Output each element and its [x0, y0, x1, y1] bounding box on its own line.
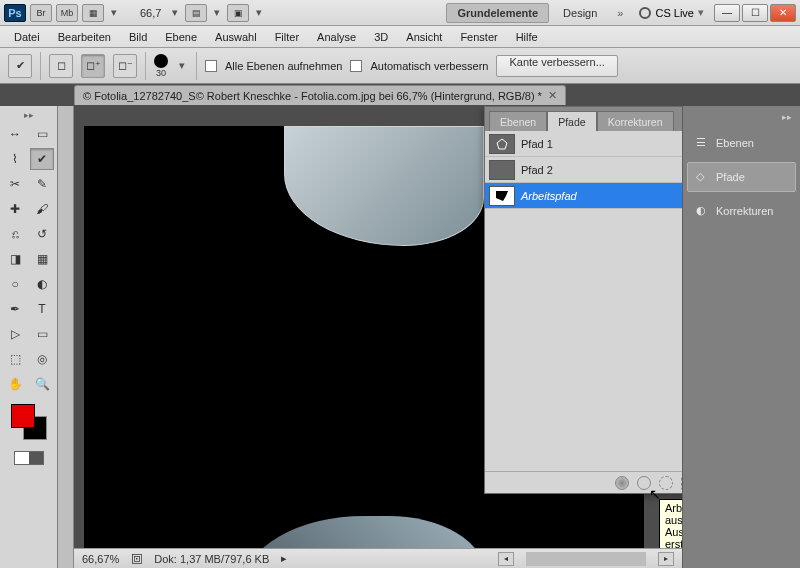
path-thumb-icon	[489, 134, 515, 154]
3d-camera-tool[interactable]: ◎	[30, 348, 54, 370]
gradient-tool[interactable]: ▦	[30, 248, 54, 270]
selection-to-path-icon[interactable]	[681, 476, 682, 490]
brush-size: 30	[156, 68, 166, 78]
path-label: Pfad 1	[521, 138, 553, 150]
minimize-button[interactable]: —	[714, 4, 740, 22]
tab-pfade[interactable]: Pfade	[547, 111, 596, 131]
subtract-selection-icon[interactable]: ◻⁻	[113, 54, 137, 78]
sidebar-item-korrekturen[interactable]: ◐Korrekturen	[687, 196, 796, 226]
3d-tool[interactable]: ⬚	[3, 348, 27, 370]
cslive-button[interactable]: CS Live▾	[633, 6, 710, 19]
auto-enhance-label: Automatisch verbessern	[370, 60, 488, 72]
view-extras-icon[interactable]: ▦	[82, 4, 104, 22]
shape-tool[interactable]: ▭	[30, 323, 54, 345]
workspace-design[interactable]: Design	[553, 3, 607, 23]
menu-hilfe[interactable]: Hilfe	[508, 29, 546, 45]
path-thumb-icon	[489, 186, 515, 206]
eyedropper-tool[interactable]: ✎	[30, 173, 54, 195]
dodge-tool[interactable]: ◐	[30, 273, 54, 295]
fill-path-icon[interactable]	[615, 476, 629, 490]
eraser-tool[interactable]: ◨	[3, 248, 27, 270]
history-brush-tool[interactable]: ↺	[30, 223, 54, 245]
color-swatches[interactable]	[11, 404, 47, 440]
menu-bild[interactable]: Bild	[121, 29, 155, 45]
refine-edge-button[interactable]: Kante verbessern...	[496, 55, 617, 77]
zoom-level[interactable]: 66,7	[136, 7, 165, 19]
status-bar: 66,67% 🞖 Dok: 1,37 MB/797,6 KB ▸ ◂ ▸	[74, 548, 682, 568]
ps-logo-icon: Ps	[4, 4, 26, 22]
lasso-tool[interactable]: ⌇	[3, 148, 27, 170]
stamp-tool[interactable]: ⎌	[3, 223, 27, 245]
brush-preview-icon[interactable]	[154, 54, 168, 68]
sidebar-item-pfade[interactable]: ◇Pfade	[687, 162, 796, 192]
sample-all-checkbox[interactable]	[205, 60, 217, 72]
options-bar: ✔ ◻ ◻⁺ ◻⁻ 30 ▾ Alle Ebenen aufnehmen Aut…	[0, 48, 800, 84]
menu-3d[interactable]: 3D	[366, 29, 396, 45]
right-sidebar: ▸▸ ☰Ebenen ◇Pfade ◐Korrekturen	[682, 106, 800, 568]
blur-tool[interactable]: ○	[3, 273, 27, 295]
path-row[interactable]: Pfad 1	[485, 131, 682, 157]
paths-icon: ◇	[696, 170, 710, 184]
path-row-selected[interactable]: Arbeitspfad	[485, 183, 682, 209]
dropdown-icon[interactable]: ▾	[176, 59, 188, 72]
workspace-more-icon[interactable]: »	[611, 7, 629, 19]
quick-select-tool[interactable]: ✔	[30, 148, 54, 170]
scrollbar-horizontal[interactable]	[526, 552, 646, 566]
path-to-selection-icon[interactable]	[659, 476, 673, 490]
document-tab[interactable]: © Fotolia_12782740_S© Robert Kneschke - …	[74, 85, 566, 105]
arrange-docs-icon[interactable]: ▤	[185, 4, 207, 22]
close-tab-icon[interactable]: ✕	[548, 89, 557, 102]
menu-bearbeiten[interactable]: Bearbeiten	[50, 29, 119, 45]
workspace-grundelemente[interactable]: Grundelemente	[446, 3, 549, 23]
path-thumb-icon	[489, 160, 515, 180]
screen-mode-icon[interactable]: ▣	[227, 4, 249, 22]
path-label: Pfad 2	[521, 164, 553, 176]
menu-fenster[interactable]: Fenster	[452, 29, 505, 45]
image-region	[244, 516, 484, 548]
menu-ebene[interactable]: Ebene	[157, 29, 205, 45]
hand-tool[interactable]: ✋	[3, 373, 27, 395]
doc-info-icon[interactable]: 🞖	[131, 553, 142, 565]
bridge-icon[interactable]: Br	[30, 4, 52, 22]
tab-ebenen[interactable]: Ebenen	[489, 111, 547, 131]
menu-analyse[interactable]: Analyse	[309, 29, 364, 45]
scroll-left-icon[interactable]: ◂	[498, 552, 514, 566]
paths-panel: Ebenen Pfade Korrekturen ▸▸ ▾≡ Pfad 1 Pf…	[484, 106, 682, 494]
dropdown-icon[interactable]: ▾	[108, 6, 120, 19]
marquee-tool[interactable]: ▭	[30, 123, 54, 145]
scroll-right-icon[interactable]: ▸	[658, 552, 674, 566]
dropdown-icon[interactable]: ▾	[169, 6, 181, 19]
new-selection-icon[interactable]: ◻	[49, 54, 73, 78]
tool-preset-icon[interactable]: ✔	[8, 54, 32, 78]
auto-enhance-checkbox[interactable]	[350, 60, 362, 72]
pen-tool[interactable]: ✒	[3, 298, 27, 320]
status-menu-icon[interactable]: ▸	[281, 552, 287, 565]
dropdown-icon[interactable]: ▾	[211, 6, 223, 19]
tab-korrekturen[interactable]: Korrekturen	[597, 111, 674, 131]
add-selection-icon[interactable]: ◻⁺	[81, 54, 105, 78]
move-tool[interactable]: ↔	[3, 123, 27, 145]
fg-color-swatch[interactable]	[11, 404, 35, 428]
canvas[interactable]: Ebenen Pfade Korrekturen ▸▸ ▾≡ Pfad 1 Pf…	[74, 106, 682, 548]
menu-ansicht[interactable]: Ansicht	[398, 29, 450, 45]
menu-datei[interactable]: Datei	[6, 29, 48, 45]
crop-tool[interactable]: ✂	[3, 173, 27, 195]
status-zoom[interactable]: 66,67%	[82, 553, 119, 565]
menu-filter[interactable]: Filter	[267, 29, 307, 45]
path-row[interactable]: Pfad 2	[485, 157, 682, 183]
maximize-button[interactable]: ☐	[742, 4, 768, 22]
zoom-tool[interactable]: 🔍	[30, 373, 54, 395]
heal-tool[interactable]: ✚	[3, 198, 27, 220]
minibridge-icon[interactable]: Mb	[56, 4, 78, 22]
sidebar-item-ebenen[interactable]: ☰Ebenen	[687, 128, 796, 158]
path-select-tool[interactable]: ▷	[3, 323, 27, 345]
close-button[interactable]: ✕	[770, 4, 796, 22]
paths-list: Pfad 1 Pfad 2 Arbeitspfad	[485, 131, 682, 471]
brush-tool[interactable]: 🖌	[30, 198, 54, 220]
cslive-label: CS Live	[655, 7, 694, 19]
left-gutter	[58, 106, 74, 568]
type-tool[interactable]: T	[30, 298, 54, 320]
dropdown-icon[interactable]: ▾	[253, 6, 265, 19]
quick-mask-toggle[interactable]	[14, 451, 44, 465]
menu-auswahl[interactable]: Auswahl	[207, 29, 265, 45]
